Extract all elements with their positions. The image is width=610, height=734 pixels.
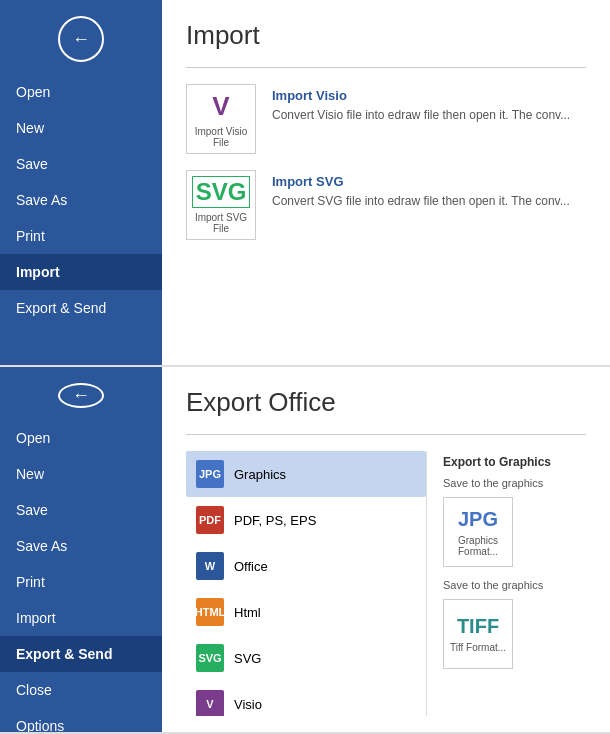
export-sidebar-item-open[interactable]: Open [0, 420, 162, 456]
import-visio-item: V Import Visio File Import Visio Convert… [186, 84, 586, 154]
export-title: Export Office [186, 387, 586, 418]
export-item-office[interactable]: W Office [186, 543, 426, 589]
visio-description: Convert Visio file into edraw file then … [272, 107, 586, 124]
export-item-graphics[interactable]: JPG Graphics [186, 451, 426, 497]
export-right-desc2: Save to the graphics [443, 579, 586, 591]
graphics-format-label: Graphics Format... [444, 535, 512, 557]
export-panel: ← Open New Save Save As Print Import Exp… [0, 367, 610, 734]
sidebar-item-new[interactable]: New [0, 110, 162, 146]
export-item-html[interactable]: HTML Html [186, 589, 426, 635]
import-svg-item: SVG Import SVG File Import SVG Convert S… [186, 170, 586, 240]
export-sidebar-item-print[interactable]: Print [0, 564, 162, 600]
export-back-button[interactable]: ← [58, 383, 104, 408]
export-right-desc1: Save to the graphics [443, 477, 586, 489]
export-right-title1: Export to Graphics [443, 455, 586, 469]
export-list: JPG Graphics PDF PDF, PS, EPS W Office H… [186, 451, 426, 716]
office-icon: W [196, 552, 224, 580]
visio-icon: V [212, 91, 229, 122]
back-button[interactable]: ← [58, 16, 104, 62]
sidebar-item-print[interactable]: Print [0, 218, 162, 254]
import-main: Import V Import Visio File Import Visio … [162, 0, 610, 365]
svg-list-label: SVG [234, 651, 261, 666]
html-label: Html [234, 605, 261, 620]
jpg-format-icon: JPG [458, 508, 498, 531]
export-sidebar-item-options[interactable]: Options [0, 708, 162, 734]
office-label: Office [234, 559, 268, 574]
export-divider [186, 434, 586, 435]
export-main: Export Office JPG Graphics PDF PDF, PS, … [162, 367, 610, 732]
html-icon: HTML [196, 598, 224, 626]
svg-icon: SVG [192, 176, 251, 208]
svg-icon-label: Import SVG File [191, 212, 251, 234]
export-item-svg[interactable]: SVG SVG [186, 635, 426, 681]
tiff-format-label: Tiff Format... [450, 642, 506, 653]
export-item-visio[interactable]: V Visio [186, 681, 426, 716]
visio-title: Import Visio [272, 88, 586, 103]
import-divider [186, 67, 586, 68]
export-sidebar-item-close[interactable]: Close [0, 672, 162, 708]
export-sidebar-item-save[interactable]: Save [0, 492, 162, 528]
sidebar-item-saveas[interactable]: Save As [0, 182, 162, 218]
svg-file-icon[interactable]: SVG Import SVG File [186, 170, 256, 240]
tiff-format-icon: TIFF [457, 615, 499, 638]
visio-file-icon[interactable]: V Import Visio File [186, 84, 256, 154]
export-sidebar-item-saveas[interactable]: Save As [0, 528, 162, 564]
visio-list-icon: V [196, 690, 224, 716]
sidebar-item-export[interactable]: Export & Send [0, 290, 162, 326]
export-layout: JPG Graphics PDF PDF, PS, EPS W Office H… [186, 451, 586, 716]
sidebar-item-import[interactable]: Import [0, 254, 162, 290]
visio-icon-label: Import Visio File [191, 126, 251, 148]
graphics-label: Graphics [234, 467, 286, 482]
export-right-panel: Export to Graphics Save to the graphics … [426, 451, 586, 716]
svg-title: Import SVG [272, 174, 586, 189]
import-sidebar: ← Open New Save Save As Print Import Exp… [0, 0, 162, 365]
import-title: Import [186, 20, 586, 51]
export-sidebar: ← Open New Save Save As Print Import Exp… [0, 367, 162, 732]
export-sidebar-item-export[interactable]: Export & Send [0, 636, 162, 672]
pdf-label: PDF, PS, EPS [234, 513, 316, 528]
export-item-pdf[interactable]: PDF PDF, PS, EPS [186, 497, 426, 543]
export-sidebar-item-new[interactable]: New [0, 456, 162, 492]
pdf-icon: PDF [196, 506, 224, 534]
export-sidebar-item-import[interactable]: Import [0, 600, 162, 636]
svg-list-icon: SVG [196, 644, 224, 672]
import-panel: ← Open New Save Save As Print Import Exp… [0, 0, 610, 367]
graphics-icon: JPG [196, 460, 224, 488]
sidebar-item-save[interactable]: Save [0, 146, 162, 182]
visio-list-label: Visio [234, 697, 262, 712]
app-container: ← Open New Save Save As Print Import Exp… [0, 0, 610, 734]
graphics-format-box[interactable]: JPG Graphics Format... [443, 497, 513, 567]
sidebar-item-open[interactable]: Open [0, 74, 162, 110]
svg-desc-container: Import SVG Convert SVG file into edraw f… [272, 170, 586, 210]
tiff-format-box[interactable]: TIFF Tiff Format... [443, 599, 513, 669]
svg-description: Convert SVG file into edraw file then op… [272, 193, 586, 210]
visio-desc-container: Import Visio Convert Visio file into edr… [272, 84, 586, 124]
